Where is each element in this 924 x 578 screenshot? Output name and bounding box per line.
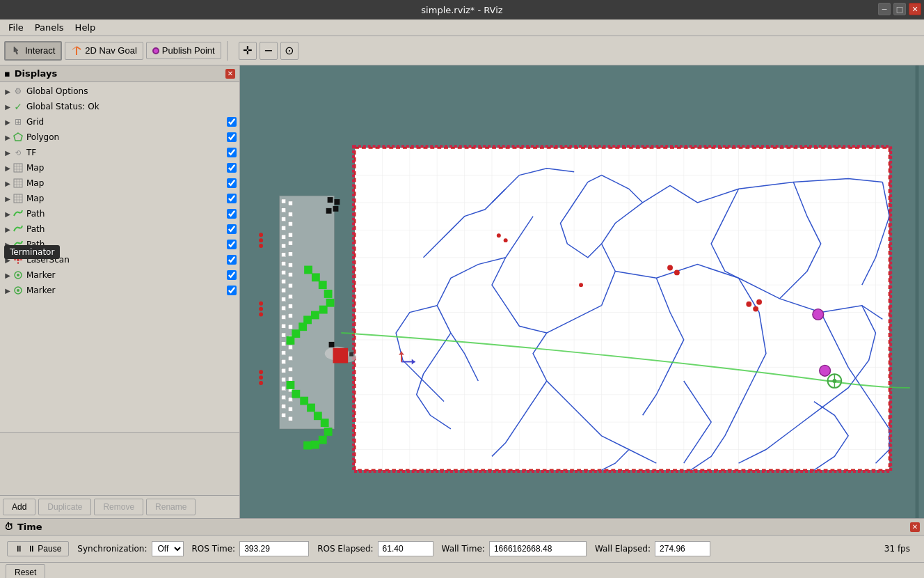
display-item-polygon[interactable]: ▶ Polygon <box>0 130 239 145</box>
expand-grid[interactable]: ▶ <box>3 117 13 127</box>
path3-checkbox[interactable] <box>227 240 237 249</box>
svg-rect-100 <box>288 241 292 245</box>
expand-laserscan[interactable]: ▶ <box>3 255 13 265</box>
toolbar-separator <box>227 41 228 61</box>
add-button[interactable]: Add <box>3 499 35 515</box>
interact-icon <box>11 45 22 56</box>
expand-path1[interactable]: ▶ <box>3 209 13 219</box>
camera-icon[interactable]: ⊙ <box>280 42 298 60</box>
expand-polygon[interactable]: ▶ <box>3 132 13 142</box>
rviz-visualization <box>240 65 924 518</box>
svg-marker-3 <box>14 133 22 141</box>
marker1-icon <box>13 270 24 281</box>
rename-button[interactable]: Rename <box>146 499 196 515</box>
3d-viewport[interactable] <box>240 65 924 518</box>
maximize-button[interactable]: □ <box>893 3 906 15</box>
svg-rect-113 <box>288 377 292 381</box>
marker1-label: Marker <box>26 270 227 280</box>
properties-panel <box>0 432 239 495</box>
svg-rect-92 <box>282 386 286 391</box>
svg-rect-139 <box>324 428 333 436</box>
time-panel: ⏱ Time ✕ ⏸ ⏸ Pause Synchronization: Off … <box>0 518 924 578</box>
svg-point-150 <box>579 283 583 287</box>
displays-panel-close[interactable]: ✕ <box>225 69 235 79</box>
marker2-checkbox[interactable] <box>227 286 237 295</box>
svg-rect-146 <box>329 342 335 347</box>
grid-checkbox[interactable] <box>227 117 237 127</box>
svg-point-27 <box>17 289 19 292</box>
sync-select[interactable]: Off <box>152 541 184 556</box>
svg-rect-101 <box>288 252 292 256</box>
time-panel-close[interactable]: ✕ <box>910 522 920 532</box>
path2-checkbox[interactable] <box>227 224 237 234</box>
svg-rect-118 <box>328 197 333 203</box>
map2-checkbox[interactable] <box>227 178 237 188</box>
map1-checkbox[interactable] <box>227 163 237 173</box>
display-item-marker1[interactable]: ▶ Marker <box>0 267 239 283</box>
close-button[interactable]: ✕ <box>909 3 921 15</box>
fps-display: 31 fps <box>877 542 917 555</box>
menu-help[interactable]: Help <box>70 21 102 34</box>
ros-time-label: ROS Time: <box>192 544 236 554</box>
expand-map1[interactable]: ▶ <box>3 163 13 173</box>
expand-map2[interactable]: ▶ <box>3 178 13 188</box>
expand-tf[interactable]: ▶ <box>3 148 13 157</box>
wall-time-input[interactable] <box>489 541 587 556</box>
laserscan-checkbox[interactable] <box>227 255 237 265</box>
title-bar: simple.rviz* - RViz ─ □ ✕ <box>0 0 924 19</box>
expand-global-status[interactable]: ▶ <box>3 102 13 111</box>
tf-checkbox[interactable] <box>227 148 237 157</box>
display-item-marker2[interactable]: ▶ Marker <box>0 283 239 298</box>
display-item-global-status[interactable]: ▶ ✓ Global Status: Ok <box>0 99 239 114</box>
display-item-map1[interactable]: ▶ Map <box>0 160 239 175</box>
display-item-global-options[interactable]: ▶ ⚙ Global Options <box>0 84 239 99</box>
display-item-laserscan[interactable]: ▶ LaserScan <box>0 252 239 267</box>
display-item-map2[interactable]: ▶ Map <box>0 175 239 191</box>
expand-global-options[interactable]: ▶ <box>3 86 13 96</box>
svg-rect-84 <box>282 315 286 319</box>
map3-checkbox[interactable] <box>227 194 237 203</box>
global-status-label: Global Status: Ok <box>26 102 237 111</box>
sync-label: Synchronization: <box>77 544 147 554</box>
minimize-button[interactable]: ─ <box>878 3 891 15</box>
svg-point-35 <box>259 370 263 374</box>
display-item-tf[interactable]: ▶ ⟲ TF <box>0 145 239 160</box>
ros-elapsed-input[interactable] <box>378 541 433 556</box>
interact-button[interactable]: Interact <box>4 41 62 61</box>
time-panel-header: ⏱ Time ✕ <box>0 519 924 536</box>
ros-time-input[interactable] <box>239 541 309 556</box>
svg-rect-134 <box>292 390 300 398</box>
move-icon[interactable]: ✛ <box>239 42 257 60</box>
menu-file[interactable]: File <box>3 21 29 34</box>
svg-point-157 <box>820 365 831 376</box>
publish-point-button[interactable]: Publish Point <box>146 42 221 59</box>
svg-point-155 <box>756 299 762 305</box>
svg-rect-96 <box>288 201 292 205</box>
svg-point-151 <box>667 265 673 271</box>
expand-map3[interactable]: ▶ <box>3 194 13 203</box>
display-item-map3[interactable]: ▶ Map <box>0 191 239 206</box>
remove-button[interactable]: Remove <box>94 499 143 515</box>
reset-button[interactable]: Reset <box>6 564 45 579</box>
display-item-path1[interactable]: ▶ Path <box>0 206 239 221</box>
expand-marker1[interactable]: ▶ <box>3 270 13 280</box>
svg-rect-103 <box>288 272 292 276</box>
expand-path2[interactable]: ▶ <box>3 224 13 234</box>
path1-checkbox[interactable] <box>227 209 237 219</box>
displays-panel-header: ▪ Displays ✕ <box>0 65 239 82</box>
duplicate-button[interactable]: Duplicate <box>38 499 91 515</box>
pause-button[interactable]: ⏸ ⏸ Pause <box>7 541 69 556</box>
marker1-checkbox[interactable] <box>227 270 237 280</box>
display-item-path2[interactable]: ▶ Path <box>0 221 239 237</box>
nav-goal-button[interactable]: 2D Nav Goal <box>65 42 143 60</box>
menu-panels[interactable]: Panels <box>29 21 70 34</box>
wall-elapsed-input[interactable] <box>655 541 710 556</box>
display-item-grid[interactable]: ▶ ⊞ Grid <box>0 114 239 130</box>
nav-goal-icon <box>71 45 82 56</box>
polygon-checkbox[interactable] <box>227 132 237 142</box>
zoom-out-icon[interactable]: − <box>260 42 278 60</box>
expand-marker2[interactable]: ▶ <box>3 286 13 295</box>
display-item-path3[interactable]: ▶ Path <box>0 237 239 252</box>
svg-rect-79 <box>282 270 286 274</box>
expand-path3[interactable]: ▶ <box>3 240 13 249</box>
